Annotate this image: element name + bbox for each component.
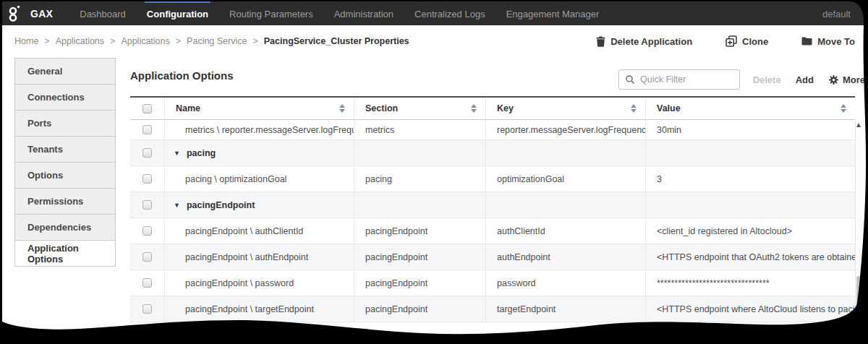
sort-icon[interactable]	[471, 104, 477, 113]
column-header-key[interactable]: Key	[486, 98, 646, 119]
trash-icon	[596, 36, 605, 47]
clone-icon	[726, 35, 737, 47]
sidebar-item-tenants[interactable]: Tenants	[14, 137, 116, 163]
cell-key: authClientId	[486, 218, 646, 244]
cell-name: pacingEndpoint \ targetEndpoint	[165, 296, 354, 322]
row-checkbox[interactable]	[142, 200, 152, 210]
app-brand: GAX	[30, 8, 53, 20]
cell-key: authEndpoint	[486, 244, 646, 270]
breadcrumb-bar: Home > Applications > Applications > Pac…	[0, 25, 868, 57]
cell-section: pacingEndpoint	[354, 296, 486, 322]
select-all-checkbox[interactable]	[142, 104, 152, 113]
gax-window: GAX Dashboard Configuration Routing Para…	[0, 0, 868, 344]
table-row[interactable]: pacing \ optimizationGoal pacing optimiz…	[130, 166, 855, 192]
table-row[interactable]: metrics \ reporter.messageServer.logFreq…	[130, 120, 855, 140]
add-option-button[interactable]: Add	[796, 74, 814, 85]
sort-icon[interactable]	[339, 104, 345, 113]
breadcrumb-pacing-service[interactable]: Pacing Service	[187, 36, 247, 46]
page-actions: Delete Application Clone Move To	[596, 35, 861, 47]
quick-filter-input[interactable]	[640, 74, 727, 85]
cell-section: pacingEndpoint	[354, 218, 486, 244]
search-icon	[625, 74, 635, 85]
top-nav: GAX Dashboard Configuration Routing Para…	[0, 0, 868, 25]
scrollbar-thumb[interactable]	[856, 276, 861, 317]
breadcrumb-separator: >	[252, 36, 258, 46]
folder-icon	[801, 37, 812, 46]
scroll-down-arrow[interactable]	[856, 322, 861, 327]
breadcrumb-home[interactable]: Home	[14, 36, 38, 46]
breadcrumb-applications-1[interactable]: Applications	[56, 36, 104, 46]
collapse-icon[interactable]: ▼	[174, 202, 180, 209]
delete-application-button[interactable]: Delete Application	[596, 36, 692, 47]
collapse-icon[interactable]: ▼	[174, 150, 180, 157]
cell-key: optimizationGoal	[486, 166, 646, 192]
nav-item-engagement-manager[interactable]: Engagement Manager	[504, 2, 602, 25]
breadcrumb-separator: >	[110, 36, 115, 46]
row-checkbox[interactable]	[142, 278, 152, 288]
group-row-pacing[interactable]: ▼pacing	[130, 140, 855, 166]
cell-name: pacingEndpoint \ authClientId	[165, 218, 354, 244]
sidebar-item-general[interactable]: General	[14, 59, 116, 85]
row-checkbox[interactable]	[142, 252, 152, 262]
cell-name: metrics \ reporter.messageServer.logFreq…	[165, 120, 354, 139]
table-row[interactable]: pacingEndpoint \ authClientId pacingEndp…	[130, 218, 855, 244]
group-row-pacingendpoint[interactable]: ▼pacingEndpoint	[130, 192, 855, 218]
scroll-up-arrow[interactable]	[856, 123, 861, 127]
delete-option-button[interactable]: Delete	[753, 74, 781, 85]
cell-value: 30min	[646, 120, 855, 139]
sidebar-item-permissions[interactable]: Permissions	[14, 189, 116, 215]
breadcrumb: Home > Applications > Applications > Pac…	[14, 36, 409, 46]
page-title: Application Options	[130, 69, 234, 82]
nav-item-dashboard[interactable]: Dashboard	[77, 2, 128, 25]
move-to-button[interactable]: Move To	[801, 36, 855, 47]
sidebar-item-application-options[interactable]: Application Options	[14, 241, 116, 267]
cell-key: password	[486, 270, 646, 296]
sort-icon[interactable]	[841, 104, 846, 113]
row-checkbox[interactable]	[142, 174, 152, 184]
row-checkbox[interactable]	[142, 304, 152, 314]
cell-value: <client_id registered in Altocloud>	[646, 218, 855, 244]
cell-key: reporter.messageServer.logFrequency	[486, 120, 646, 139]
table-row[interactable]: pacingEndpoint \ authEndpoint pacingEndp…	[130, 244, 855, 270]
cell-section: pacing	[354, 166, 486, 192]
sidebar-item-connections[interactable]: Connections	[14, 85, 116, 111]
breadcrumb-current: PacingService_Cluster Properties	[264, 36, 409, 46]
row-checkbox[interactable]	[142, 125, 152, 134]
column-header-name[interactable]: Name	[165, 98, 354, 119]
cell-key: targetEndpoint	[486, 296, 646, 322]
quick-filter-box	[618, 69, 740, 90]
table-scrollbar[interactable]	[855, 121, 861, 329]
nav-item-configuration[interactable]: Configuration	[145, 2, 210, 25]
table-toolbar: Delete Add More	[745, 69, 865, 90]
breadcrumb-separator: >	[176, 36, 181, 46]
breadcrumb-applications-2[interactable]: Applications	[121, 36, 169, 46]
nav-item-routing-parameters[interactable]: Routing Parameters	[227, 2, 315, 25]
nav-item-administration[interactable]: Administration	[332, 2, 396, 25]
breadcrumb-separator: >	[44, 36, 49, 46]
column-header-section[interactable]: Section	[354, 98, 486, 119]
cell-value: <HTTPS endpoint where AltoCloud listens …	[646, 296, 855, 322]
cell-section: pacingEndpoint	[354, 270, 486, 296]
group-label: pacingEndpoint	[187, 200, 255, 210]
sidebar-item-options[interactable]: Options	[14, 163, 116, 189]
row-checkbox[interactable]	[142, 148, 152, 158]
column-header-value[interactable]: Value	[646, 98, 855, 119]
table-header-row: Name Section Key Value	[130, 96, 855, 120]
cell-value: ********************************	[646, 270, 855, 296]
nav-item-centralized-logs[interactable]: Centralized Logs	[412, 2, 488, 25]
more-button[interactable]: More	[828, 74, 865, 85]
cell-section: pacingEndpoint	[354, 244, 486, 270]
sidebar-item-ports[interactable]: Ports	[14, 111, 116, 137]
clone-button[interactable]: Clone	[726, 35, 768, 47]
properties-sidebar: General Connections Ports Tenants Option…	[14, 58, 116, 267]
gax-logo-icon	[7, 4, 22, 23]
sort-icon[interactable]	[631, 104, 637, 113]
gear-icon	[828, 74, 839, 85]
table-row[interactable]: pacingEndpoint \ targetEndpoint pacingEn…	[130, 296, 855, 322]
table-row[interactable]: pacingEndpoint \ password pacingEndpoint…	[130, 270, 855, 296]
sidebar-item-dependencies[interactable]: Dependencies	[14, 215, 116, 241]
row-checkbox[interactable]	[142, 226, 152, 236]
cell-name: pacingEndpoint \ password	[165, 270, 354, 296]
tenant-label[interactable]: default	[822, 9, 851, 20]
active-tab-indicator	[145, 0, 210, 3]
